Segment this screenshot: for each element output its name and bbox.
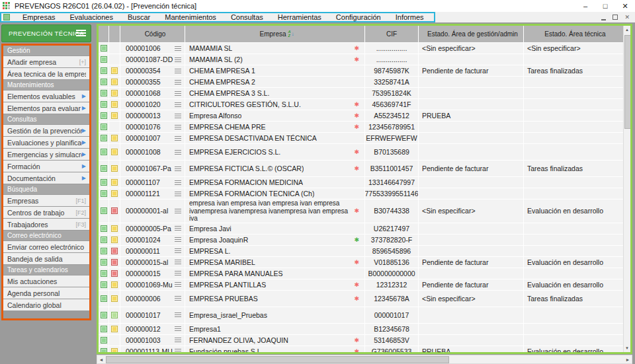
column-header[interactable] — [99, 26, 108, 42]
maximize-button[interactable]: □ — [595, 0, 615, 12]
menu-item-mantenimientos[interactable]: Mantenimientos — [157, 13, 224, 21]
sidebar-item[interactable]: Empresas[F1] — [3, 195, 89, 206]
table-cell — [109, 279, 120, 290]
row-menu-icon[interactable] — [175, 69, 181, 73]
sidebar-item[interactable]: Área tecnica de la empresa — [3, 68, 89, 79]
row-menu-icon[interactable] — [175, 102, 181, 107]
table-row[interactable]: 000001121EMPRESA FORMACION TECNICA (Ch)7… — [99, 188, 623, 199]
scroll-right-icon[interactable]: ► — [624, 357, 632, 362]
sidebar-item[interactable]: Evaluaciones y planificación▶ — [3, 137, 89, 148]
row-menu-icon[interactable] — [175, 282, 181, 287]
menu-item-empresas[interactable]: Empresas — [15, 13, 63, 21]
horizontal-scrollbar[interactable]: ◄ ► — [97, 355, 632, 364]
table-row[interactable]: 000000015EMPRESA PARA MANUALESB000000000… — [99, 268, 623, 279]
scroll-left-icon[interactable]: ◄ — [97, 357, 105, 362]
row-menu-icon[interactable] — [175, 349, 181, 352]
row-menu-icon[interactable] — [175, 166, 181, 171]
sidebar-item[interactable]: Formación▶ — [3, 161, 89, 172]
sidebar-item[interactable]: Mis actuaciones — [3, 275, 89, 287]
menu-item-consultas[interactable]: Consultas — [224, 13, 271, 21]
row-menu-icon[interactable] — [175, 57, 181, 62]
table-row[interactable]: 000000013Empresa Alfonso✱A55234512PRUEBA — [99, 110, 623, 121]
sidebar-item[interactable]: Bandeja de salida — [3, 253, 89, 264]
table-row[interactable]: 000001087-DDMAMAMIA SL (2)✱.............… — [99, 54, 623, 65]
mdi-restore-icon[interactable] — [613, 15, 618, 20]
table-row[interactable]: 000001069-MuEMPRESA PLANTILLAS✱12312312P… — [99, 279, 623, 290]
row-menu-icon[interactable] — [175, 46, 181, 51]
row-menu-icon[interactable] — [175, 326, 181, 331]
close-button[interactable]: ✕ — [615, 0, 635, 12]
column-header[interactable]: CIF — [365, 26, 418, 42]
row-menu-icon[interactable] — [175, 271, 181, 275]
table-row[interactable]: 000000354CHEMA EMPRESA 198745987KPendien… — [99, 65, 623, 76]
minimize-button[interactable]: – — [575, 0, 595, 12]
sidebar-item[interactable]: Centros de trabajo[F2] — [3, 207, 89, 218]
child-window-icon[interactable] — [3, 14, 10, 20]
row-menu-icon[interactable] — [175, 338, 181, 342]
sidebar-item[interactable]: Trabajadores[F3] — [3, 219, 89, 230]
sort-az-icon[interactable]: AZ↓ — [288, 30, 294, 38]
row-menu-icon[interactable] — [175, 209, 181, 213]
table-row[interactable]: 000001008EMPRESA EJERCICIOS S.L.✱B701356… — [99, 144, 623, 160]
sidebar-item[interactable]: Elementos para evaluar▶ — [3, 102, 89, 114]
row-menu-icon[interactable] — [175, 226, 181, 231]
scroll-up-icon[interactable]: ▲ — [625, 26, 629, 34]
sidebar-item[interactable]: Añadir empresa[+] — [3, 56, 89, 67]
row-menu-icon[interactable] — [175, 136, 181, 141]
table-row[interactable]: 000000006EMPRESA PRUEBAS✱12345678A<Sin e… — [99, 291, 623, 307]
table-row[interactable]: 000001003FERNANDEZ OLIVA, JOAQUIN✱531468… — [99, 335, 623, 346]
scroll-down-icon[interactable]: ▼ — [625, 344, 629, 352]
table-row[interactable]: 000001067-PaEMPRESA FICTICIA S.L.© (OSCA… — [99, 161, 623, 176]
vertical-scroll-thumb[interactable] — [624, 35, 631, 129]
table-row[interactable]: 000001024Empresa JoaquinR✱373782820-F — [99, 235, 623, 245]
table-row[interactable]: 000001006MAMAMIA SL✱................<Sin… — [99, 43, 623, 54]
table-row[interactable]: 000000005-PaEmpresa JaviU26217497 — [99, 223, 623, 234]
row-menu-icon[interactable] — [175, 125, 181, 129]
sidebar-item[interactable]: Emergencias y simulacros▶ — [3, 149, 89, 160]
sidebar-item[interactable]: Calendario global — [3, 299, 89, 310]
row-menu-icon[interactable] — [175, 150, 181, 155]
table-row[interactable]: 000001007EMPRESA DESACTIVADA EN TÉCNICAE… — [99, 133, 623, 143]
menu-item-configuracion[interactable]: Configuración — [329, 13, 388, 21]
row-menu-icon[interactable] — [175, 80, 181, 85]
table-row[interactable]: 000001020CITRICULTORES GESTIÓN, S.L.U.✱4… — [99, 99, 623, 110]
column-header[interactable]: Estado. Área de gestión/admin — [419, 26, 523, 42]
row-menu-icon[interactable] — [175, 91, 181, 96]
sidebar-item[interactable]: Documentación▶ — [3, 172, 89, 184]
row-menu-icon[interactable] — [175, 312, 181, 317]
column-header[interactable]: EmpresaAZ↓ — [185, 26, 364, 42]
mdi-close-icon[interactable]: ✕ — [624, 15, 630, 20]
table-row[interactable]: 000000015-alEMPRESA MARIBEL✱V01885136Pen… — [99, 257, 623, 268]
sidebar-item[interactable]: Gestión de la prevención▶ — [3, 125, 89, 136]
sidebar-item[interactable]: Agenda personal — [3, 287, 89, 299]
table-row[interactable]: 000000011EMPRESA L.8596545896 — [99, 246, 623, 256]
column-header[interactable]: Código — [120, 26, 185, 42]
row-menu-icon[interactable] — [175, 260, 181, 264]
hamburger-menu-icon[interactable] — [76, 30, 86, 37]
table-row[interactable]: 000000012Empresa1B12345678 — [99, 324, 623, 334]
row-menu-icon[interactable] — [175, 114, 181, 118]
row-menu-icon[interactable] — [175, 296, 181, 301]
table-row[interactable]: 000000355CHEMA EMPRESA 233258741A — [99, 77, 623, 87]
row-menu-icon[interactable] — [175, 237, 181, 242]
menu-item-informes[interactable]: Informes — [388, 13, 431, 21]
column-header[interactable] — [109, 26, 120, 42]
table-row[interactable]: 000000001-alempresa ivan empresa ivan em… — [99, 200, 623, 223]
row-menu-icon[interactable] — [175, 248, 181, 253]
table-row[interactable]: 000001076EMPRESA CHEMA PRE✱123456789951 — [99, 122, 623, 132]
row-menu-icon[interactable] — [175, 180, 181, 185]
mdi-minimize-icon[interactable] — [601, 15, 606, 20]
menu-item-evaluaciones[interactable]: Evaluaciones — [63, 13, 120, 21]
horizontal-scroll-thumb[interactable] — [106, 356, 449, 363]
table-row[interactable]: 000001107EMPRESA FORMACION MEDICINA13314… — [99, 177, 623, 188]
table-row[interactable]: 000001017Empresa_israel_Pruebas000001017 — [99, 307, 623, 323]
menu-item-herramientas[interactable]: Herramientas — [271, 13, 329, 21]
sidebar-item[interactable]: Elementos evaluables▶ — [3, 91, 89, 102]
table-row[interactable]: 000001068CHEMA EMPRESA 3 S.L.753951824K — [99, 88, 623, 98]
column-header[interactable]: Estado. Área técnica — [524, 26, 623, 42]
sidebar-item[interactable]: Enviar correo electrónico — [3, 241, 89, 252]
menu-item-buscar[interactable]: Buscar — [120, 13, 157, 21]
row-menu-icon[interactable] — [175, 192, 181, 196]
vertical-scrollbar[interactable]: ▲ ▼ — [623, 26, 630, 352]
table-row[interactable]: 000001113-MUFundación pruebas S.L.✱G7360… — [99, 346, 623, 353]
